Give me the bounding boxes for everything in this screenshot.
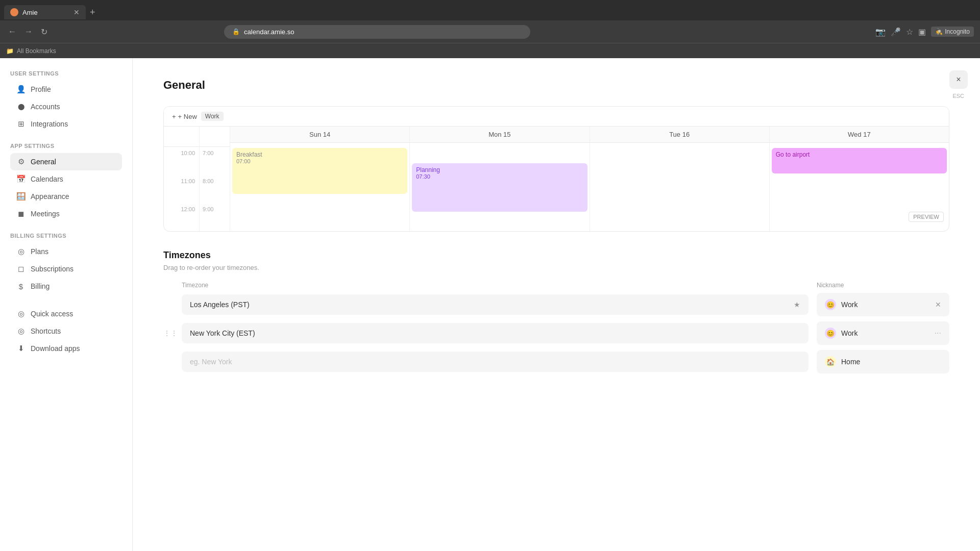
sidebar-general-label: General [31,158,56,166]
address-text[interactable]: calendar.amie.so [244,28,294,36]
day-slots-mon: Planning 07:30 [410,143,589,227]
sidebar-item-quick-access[interactable]: ◎ Quick access [10,305,122,322]
sidebar-item-accounts[interactable]: ⬤ Accounts [10,98,122,115]
sidebar-appearance-label: Appearance [31,192,69,201]
day-col-tue: Tue 16 [590,127,770,231]
subscriptions-icon: ◻ [16,264,26,273]
accounts-icon: ⬤ [16,102,26,111]
time-right-7: 7:00 [200,147,230,175]
sidebar-integrations-label: Integrations [31,120,68,128]
new-event-button[interactable]: + + New [172,113,197,120]
day-header-tue: Tue 16 [590,127,769,143]
tz-header-row: Timezone Nickname [182,282,949,289]
browser-tab[interactable]: Amie ✕ [4,5,86,19]
tz-close-0[interactable]: ✕ [935,300,941,309]
sidebar-item-profile[interactable]: 👤 Profile [10,81,122,98]
profile-icon: 👤 [16,85,26,94]
incognito-label: Incognito [945,28,970,35]
sidebar-shortcuts-label: Shortcuts [31,327,61,335]
sidebar-item-download-apps[interactable]: ⬇ Download apps [10,340,122,357]
tz-value-0: Los Angeles (PST) [190,300,250,309]
timezones-subtitle: Drag to re-order your timezones. [163,264,949,271]
sidebar-item-general[interactable]: ⚙ General [10,153,122,170]
incognito-badge: 🕵 Incognito [931,27,974,37]
plus-icon: + [172,113,176,120]
bookmark-icon[interactable]: ☆ [906,27,913,37]
tz-nickname-text-2: Home [841,358,941,366]
bookmarks-folder-icon: 📁 [6,47,14,55]
browser-chrome: Amie ✕ + ← → ↻ 🔒 calendar.amie.so 📷 🎤 ☆ … [0,0,980,58]
close-button[interactable]: × [949,70,968,89]
refresh-button[interactable]: ↻ [39,25,50,39]
new-tab-button[interactable]: + [90,7,95,18]
sidebar-item-integrations[interactable]: ⊞ Integrations [10,115,122,133]
tz-nickname-2: 🏠 Home [817,350,949,373]
calendar-header: + + New Work [164,107,949,127]
event-airport[interactable]: Go to airport [772,148,947,173]
address-bar: 🔒 calendar.amie.so [224,25,530,39]
user-settings-label: User Settings [10,70,122,77]
forward-button[interactable]: → [22,25,35,38]
back-button[interactable]: ← [6,25,18,38]
time-column-left: 10:00 11:00 12:00 [164,127,200,231]
tz-row-2: ⋮⋮ eg. New York 🏠 Home [163,350,949,373]
tab-bar: Amie ✕ + [0,0,980,20]
day-slots-tue [590,143,769,227]
camera-off-icon: 📷 [875,27,886,37]
sidebar-item-plans[interactable]: ◎ Plans [10,243,122,260]
event-breakfast-title: Breakfast [236,151,403,158]
sidebar-item-shortcuts[interactable]: ◎ Shortcuts [10,322,122,340]
tab-title: Amie [22,9,69,16]
event-planning-time: 07:30 [416,173,583,180]
page-title: General [163,79,949,92]
star-icon-0[interactable]: ★ [794,300,800,309]
time-slot-11: 11:00 [164,175,199,203]
emoji-icon-1: 😊 [825,328,836,339]
event-breakfast-time: 07:00 [236,158,403,164]
sidebar-meetings-label: Meetings [31,210,60,218]
billing-settings-label: Billing Settings [10,233,122,239]
calendar-grid: 10:00 11:00 12:00 7:00 8:00 9:00 Sun 14 [164,127,949,231]
tab-close-button[interactable]: ✕ [74,8,80,16]
lock-icon: 🔒 [232,28,240,35]
tz-nickname-text-1: Work [841,329,929,337]
billing-icon: $ [16,282,26,291]
sidebar-icon[interactable]: ▣ [918,27,926,37]
event-breakfast[interactable]: Breakfast 07:00 [232,148,407,194]
tz-row-0: ⋮⋮ Los Angeles (PST) ★ 😊 Work ✕ [163,293,949,316]
day-header-sun: Sun 14 [230,127,409,143]
shortcuts-icon: ◎ [16,327,26,336]
timezones-section: Timezones Drag to re-order your timezone… [163,250,949,373]
tz-input-0[interactable]: Los Angeles (PST) ★ [182,294,808,315]
tab-favicon [10,8,18,16]
meetings-icon: ◼ [16,209,26,218]
quick-access-icon: ◎ [16,309,26,318]
event-planning[interactable]: Planning 07:30 [412,163,587,212]
sidebar-item-subscriptions[interactable]: ◻ Subscriptions [10,260,122,278]
sidebar-item-appearance[interactable]: 🪟 Appearance [10,188,122,205]
tz-col-nickname-header: Nickname [817,282,949,289]
sidebar-item-calendars[interactable]: 📅 Calendars [10,170,122,188]
main-content: General × ESC + + New Work 10:00 11:00 1… [133,58,980,551]
tz-value-1: New York City (EST) [190,329,255,337]
sidebar-item-billing[interactable]: $ Billing [10,278,122,295]
tz-nickname-text-0: Work [841,300,930,309]
drag-handle-1[interactable]: ⋮⋮ [163,329,174,337]
tz-placeholder-2: eg. New York [190,358,232,366]
preview-label: PREVIEW [909,212,944,222]
calendars-icon: 📅 [16,174,26,184]
sidebar-item-meetings[interactable]: ◼ Meetings [10,205,122,222]
tz-input-1[interactable]: New York City (EST) [182,323,808,343]
sidebar-billing-label: Billing [31,282,50,290]
tz-more-1[interactable]: ··· [935,329,941,338]
sidebar-quick-access-label: Quick access [31,310,73,318]
bookmarks-bar: 📁 All Bookmarks [0,43,980,58]
app-settings-label: App Settings [10,143,122,149]
sidebar-plans-label: Plans [31,247,48,256]
tz-input-2[interactable]: eg. New York [182,352,808,372]
work-badge: Work [201,112,224,121]
day-header-wed: Wed 17 [770,127,949,143]
appearance-icon: 🪟 [16,192,26,201]
integrations-icon: ⊞ [16,119,26,129]
plans-icon: ◎ [16,247,26,256]
